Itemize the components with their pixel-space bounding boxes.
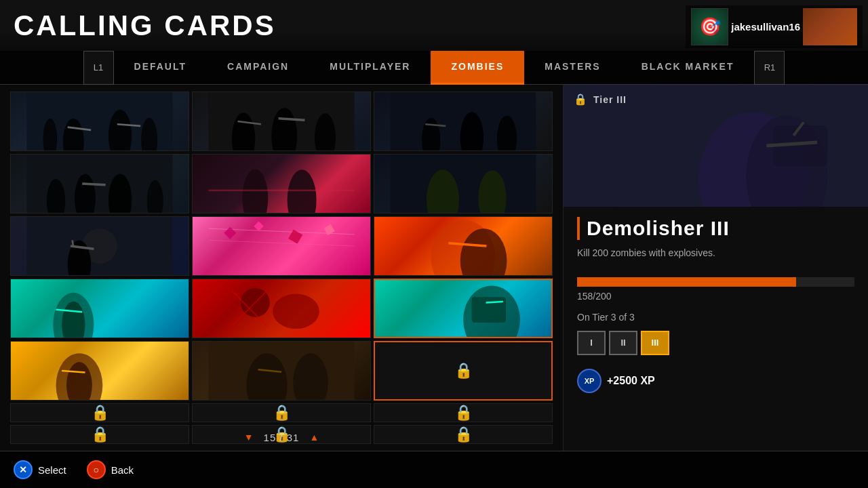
page-prev-arrow[interactable]: ▼ [244, 432, 254, 443]
lock-icon: 🔒 [91, 404, 109, 422]
user-background-image [803, 8, 857, 45]
card-name: Demolisher III [577, 217, 854, 240]
svg-rect-28 [391, 155, 536, 213]
user-info-panel: 🎯 jakesullivan16 [686, 5, 863, 48]
svg-line-59 [486, 302, 503, 303]
card-item-locked[interactable]: 🔒 [10, 403, 189, 422]
card-item-locked[interactable]: 🔒 [192, 403, 371, 422]
tier-info-text: On Tier 3 of 3 [577, 312, 854, 323]
lock-icon: 🔒 [454, 404, 473, 422]
card-description: Kill 200 zombies with explosives. [577, 247, 854, 260]
svg-point-53 [273, 294, 319, 329]
card-item[interactable] [10, 92, 189, 151]
card-item[interactable] [374, 92, 553, 151]
detail-panel: 🔒 Tier III Demolisher III Kill 200 zombi… [563, 85, 868, 451]
select-button-icon: ✕ [14, 460, 33, 479]
detail-preview: 🔒 Tier III [564, 85, 868, 207]
tab-black-market[interactable]: BLACK MARKET [621, 51, 755, 85]
svg-rect-24 [209, 155, 355, 213]
card-item[interactable] [10, 279, 189, 338]
back-action[interactable]: ○ Back [87, 460, 134, 479]
detail-info: Demolisher III Kill 200 zombies with exp… [564, 207, 868, 451]
user-avatar: 🎯 [691, 8, 728, 45]
nav-bar: L1 DEFAULT CAMPAIGN MULTIPLAYER ZOMBIES … [0, 51, 868, 85]
tier-button-2[interactable]: II [609, 331, 637, 355]
page-title: CALLING CARDS [14, 9, 276, 42]
progress-bar-fill [577, 277, 796, 287]
card-item[interactable] [192, 92, 371, 151]
card-grid-area: 🔒 🔒 🔒 🔒 🔒 🔒 🔒 [0, 85, 563, 451]
svg-line-23 [82, 184, 105, 185]
card-item[interactable] [10, 216, 189, 276]
tier-badge: 🔒 Tier III [574, 93, 627, 106]
card-item-locked[interactable]: 🔒 [374, 403, 553, 422]
back-button-icon: ○ [87, 460, 106, 479]
select-action[interactable]: ✕ Select [14, 460, 66, 479]
tier-button-1[interactable]: I [577, 331, 606, 355]
page-count: 15 / 31 [264, 432, 300, 443]
pagination: ▼ 15 / 31 ▲ [0, 427, 563, 447]
card-item[interactable] [192, 341, 371, 401]
card-item[interactable] [374, 216, 553, 276]
tier-button-3[interactable]: III [641, 331, 669, 355]
progress-section: 158/200 [577, 277, 854, 302]
svg-rect-27 [209, 190, 355, 192]
xp-amount: +2500 XP [607, 375, 655, 387]
card-item-selected[interactable] [374, 279, 553, 338]
progress-bar-background [577, 277, 854, 287]
card-item[interactable] [374, 154, 553, 214]
username: jakesullivan16 [731, 21, 800, 33]
card-grid: 🔒 🔒 🔒 🔒 🔒 🔒 🔒 [10, 92, 553, 444]
card-item-locked-selected[interactable]: 🔒 [374, 341, 553, 401]
nav-left-trigger[interactable]: L1 [83, 51, 114, 85]
lock-icon: 🔒 [454, 362, 473, 380]
svg-line-35 [73, 240, 74, 247]
svg-rect-36 [209, 217, 355, 275]
tab-campaign[interactable]: CAMPAIGN [207, 51, 309, 85]
card-item[interactable] [192, 154, 371, 214]
tab-multiplayer[interactable]: MULTIPLAYER [309, 51, 431, 85]
tab-default[interactable]: DEFAULT [114, 51, 208, 85]
xp-reward: XP +2500 XP [577, 369, 854, 393]
tier-lock-icon: 🔒 [574, 93, 588, 106]
bottom-bar: ✕ Select ○ Back [0, 451, 868, 488]
card-item[interactable] [10, 341, 189, 401]
page-next-arrow[interactable]: ▲ [309, 432, 319, 443]
svg-rect-58 [472, 297, 506, 323]
progress-text: 158/200 [577, 291, 854, 302]
card-item[interactable] [192, 279, 371, 338]
xp-badge: XP [577, 369, 601, 393]
nav-right-trigger[interactable]: R1 [754, 51, 785, 85]
tab-masters[interactable]: MASTERS [524, 51, 620, 85]
tab-zombies[interactable]: ZOMBIES [431, 51, 524, 85]
card-item[interactable] [10, 154, 189, 214]
tier-buttons: I II III [577, 331, 854, 355]
lock-icon: 🔒 [273, 404, 291, 422]
card-item[interactable] [192, 216, 371, 276]
svg-rect-47 [27, 279, 173, 338]
